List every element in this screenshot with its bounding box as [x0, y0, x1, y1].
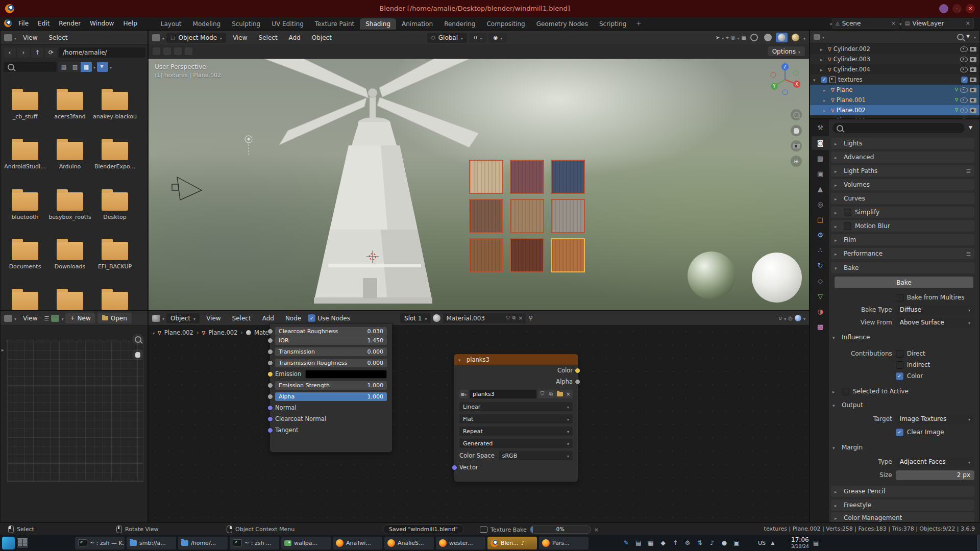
folder-item-partial[interactable]: [3, 288, 47, 310]
outliner-row-selected[interactable]: Plane: [810, 85, 979, 95]
material-icon[interactable]: [433, 314, 440, 322]
folder-item[interactable]: EFI_BACKUP: [93, 238, 137, 270]
zoom-tool-icon[interactable]: [791, 109, 802, 120]
margin-type-dropdown[interactable]: Adjacent Faces: [896, 457, 974, 467]
editor-type-chevron-icon[interactable]: [162, 315, 164, 322]
window-keep-above-button[interactable]: [939, 4, 948, 13]
disable-render-icon[interactable]: [970, 57, 976, 62]
nav-up-button[interactable]: ↑: [31, 47, 43, 58]
panel-bake[interactable]: Bake: [831, 262, 974, 273]
hide-eye-icon[interactable]: [960, 46, 968, 52]
texture-plane-3[interactable]: [551, 160, 585, 194]
view-mode-list-horizontal[interactable]: ▥: [69, 62, 81, 72]
texture-plane-9-active[interactable]: [551, 238, 585, 272]
options-dropdown[interactable]: Options: [768, 46, 805, 56]
chevron-down-icon[interactable]: [784, 315, 786, 322]
texture-plane-1[interactable]: [469, 160, 503, 194]
window-titlebar[interactable]: Blender [/home/amalie/Desktop/blender/wi…: [0, 0, 980, 17]
snap-icon[interactable]: ∪: [778, 315, 782, 321]
vector-input-socket[interactable]: [452, 465, 457, 470]
viewlayer-selector[interactable]: ▤ ViewLayer: [901, 18, 974, 29]
shader-editor-icon[interactable]: [152, 315, 160, 322]
workspace-tab-uv-editing[interactable]: UV Editing: [266, 18, 309, 30]
pan-hand-icon[interactable]: [132, 349, 143, 360]
menu-window[interactable]: Window: [85, 18, 118, 29]
panel-advanced[interactable]: Advanced: [831, 152, 974, 163]
path-field[interactable]: /home/amalie/: [59, 47, 145, 58]
overlays-icon[interactable]: ◎: [788, 315, 793, 321]
workspace-tab-sculpting[interactable]: Sculpting: [226, 18, 266, 30]
influence-subpanel-header[interactable]: Influence: [832, 332, 974, 343]
panel-simplify[interactable]: Simplify: [831, 207, 974, 218]
filter-chevron-icon[interactable]: [110, 63, 112, 70]
emission-color-swatch[interactable]: [305, 370, 387, 379]
tray-kdeconnect-icon[interactable]: ◆: [658, 539, 668, 546]
material-slot-dropdown[interactable]: Slot 1: [400, 313, 431, 323]
image-editor-icon[interactable]: [4, 315, 12, 322]
selected-to-active-header[interactable]: Selected to Active: [832, 386, 974, 397]
alpha-slider-active[interactable]: Alpha1.000: [275, 392, 387, 401]
workspace-tab-rendering[interactable]: Rendering: [438, 18, 481, 30]
file-browser-menu-select[interactable]: Select: [44, 33, 72, 43]
fake-user-shield-icon[interactable]: ⛉: [506, 315, 510, 321]
task-button-terminal-1[interactable]: ~ : zsh — K...: [75, 537, 125, 549]
tab-view-layer[interactable]: ▣: [812, 167, 829, 181]
disable-render-icon[interactable]: [970, 67, 976, 72]
view-from-dropdown[interactable]: Above Surface: [896, 318, 974, 328]
tab-render[interactable]: ◙: [812, 136, 829, 150]
tool-settings-icon[interactable]: [153, 47, 160, 55]
shading-chevron-icon[interactable]: [803, 34, 805, 41]
viewport-menu-add[interactable]: Add: [284, 33, 305, 43]
hide-eye-icon[interactable]: [960, 67, 968, 72]
properties-search-input[interactable]: [832, 123, 965, 133]
open-image-button[interactable]: Open: [97, 313, 132, 323]
clearcoat-roughness-slider[interactable]: Clearcoat Roughness0.030: [275, 327, 387, 336]
principled-bsdf-node[interactable]: Clearcoat Roughness0.030 IOR1.450 Transm…: [270, 323, 393, 453]
tray-gallery-icon[interactable]: ▤: [633, 539, 644, 546]
properties-filter-icon[interactable]: [968, 126, 974, 131]
chevron-down-icon[interactable]: [61, 315, 63, 322]
folder-item[interactable]: Downloads: [48, 238, 92, 270]
hide-eye-icon[interactable]: [960, 108, 968, 113]
panel-curves[interactable]: Curves: [831, 193, 974, 204]
texture-plane-2[interactable]: [510, 160, 544, 194]
task-button-firefox-1[interactable]: AnaTwi...: [333, 537, 382, 549]
viewport-menu-object[interactable]: Object: [307, 33, 336, 43]
image-datablock-icon[interactable]: [51, 315, 59, 322]
bake-from-multires-checkbox[interactable]: [896, 294, 903, 302]
output-subpanel-header[interactable]: Output: [832, 399, 974, 411]
shading-material-preview-button[interactable]: [776, 33, 788, 42]
texture-plane-5[interactable]: [510, 199, 544, 233]
workspace-tab-layout[interactable]: Layout: [155, 18, 187, 30]
tray-network-icon[interactable]: ⇅: [695, 539, 705, 546]
selectability-icon[interactable]: ➤: [716, 35, 720, 40]
zoom-tool-icon[interactable]: [132, 334, 143, 345]
proportional-edit-toggle[interactable]: ◉: [488, 33, 507, 43]
tab-world[interactable]: ◎: [812, 197, 829, 211]
folder-item[interactable]: BlenderExpo...: [93, 138, 137, 170]
virtual-desktop-pager[interactable]: [17, 538, 28, 547]
shader-menu-node[interactable]: Node: [281, 313, 306, 323]
chevron-down-icon[interactable]: [974, 33, 976, 40]
bake-type-dropdown[interactable]: Diffuse: [896, 305, 974, 315]
navigation-gizmo[interactable]: Z X Y: [767, 62, 803, 97]
fake-user-shield-icon[interactable]: ⛉: [538, 390, 547, 398]
color-output-socket[interactable]: [575, 368, 580, 373]
nav-forward-button[interactable]: ›: [17, 47, 30, 58]
disable-render-icon[interactable]: [970, 88, 976, 92]
texture-plane-4[interactable]: [469, 199, 503, 233]
tray-settings-icon[interactable]: ⚙: [682, 539, 693, 546]
tray-expand-caret-icon[interactable]: ▲: [768, 540, 778, 545]
viewport-canvas[interactable]: User Perspective (1) textures | Plane.00…: [149, 59, 809, 310]
expand-icon[interactable]: [820, 56, 826, 63]
image-texture-node[interactable]: planks3 Color Alpha ▦ planks3 ⛉ ⧉ × Line…: [454, 354, 578, 482]
editor-type-chevron-icon[interactable]: [14, 315, 16, 322]
motion-blur-checkbox[interactable]: [844, 222, 851, 230]
material-name-field[interactable]: Material.003 ⛉ ⧉: [443, 313, 526, 324]
hide-eye-icon[interactable]: [960, 97, 968, 103]
shading-rendered-button[interactable]: [790, 33, 801, 42]
disable-render-icon[interactable]: [970, 47, 976, 52]
workspace-tab-shading[interactable]: Shading: [360, 18, 396, 30]
xray-toggle-icon[interactable]: ▦: [742, 35, 746, 40]
tab-object[interactable]: □: [812, 213, 829, 227]
